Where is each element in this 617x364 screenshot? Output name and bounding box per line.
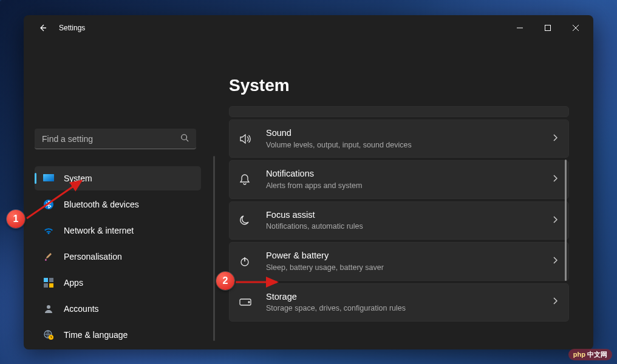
chevron-right-icon [553, 215, 557, 226]
annotation-badge-1: 1 [7, 210, 25, 228]
svg-rect-0 [545, 25, 551, 31]
annotation-arrow-1 [24, 176, 90, 222]
annotation-number: 2 [223, 275, 228, 286]
svg-rect-7 [44, 283, 48, 288]
svg-rect-8 [49, 283, 53, 288]
chevron-right-icon [553, 256, 557, 267]
chevron-right-icon [553, 297, 557, 308]
setting-card-notifications[interactable]: Notifications Alerts from apps and syste… [229, 160, 569, 198]
sidebar-item-label: Time & language [64, 330, 128, 340]
setting-title: Sound [266, 127, 553, 140]
setting-subtitle: Sleep, battery usage, battery saver [266, 263, 553, 273]
watermark-brand: php [573, 351, 585, 358]
setting-text: Power & battery Sleep, battery usage, ba… [266, 250, 553, 272]
setting-title: Focus assist [266, 209, 553, 221]
moon-icon [239, 215, 257, 226]
sidebar-item-label: Apps [64, 278, 83, 288]
maximize-icon [545, 25, 551, 31]
setting-subtitle: Notifications, automatic rules [266, 221, 553, 232]
watermark: php 中文网 [568, 349, 612, 360]
annotation-number: 1 [13, 214, 19, 224]
window-title: Settings [59, 24, 85, 32]
sidebar-item-apps[interactable]: Apps [35, 271, 201, 295]
chevron-right-icon [553, 174, 557, 185]
sidebar-scrollbar[interactable] [213, 156, 215, 341]
close-button[interactable] [562, 18, 590, 38]
window-body: System Bluetooth & devices Network & int… [24, 41, 593, 349]
sidebar-item-time-language[interactable]: Time & language [35, 323, 201, 347]
annotation-arrow-2 [234, 277, 283, 288]
svg-point-14 [248, 302, 250, 303]
search-container [35, 129, 196, 149]
setting-title: Power & battery [266, 250, 553, 262]
sound-icon [239, 133, 257, 144]
minimize-button[interactable] [506, 18, 534, 38]
annotation-badge-2: 2 [216, 272, 234, 290]
setting-subtitle: Volume levels, output, input, sound devi… [266, 140, 553, 150]
chevron-right-icon [553, 133, 557, 144]
svg-rect-5 [44, 278, 48, 282]
brush-icon [43, 251, 54, 262]
setting-card-power-battery[interactable]: Power & battery Sleep, battery usage, ba… [229, 242, 569, 280]
svg-point-1 [182, 135, 187, 140]
sidebar-item-personalisation[interactable]: Personalisation [35, 244, 201, 269]
setting-text: Focus assist Notifications, automatic ru… [266, 209, 553, 232]
sidebar-item-label: Personalisation [64, 252, 122, 261]
wifi-icon [43, 225, 54, 236]
setting-title: Storage [266, 291, 553, 303]
back-button[interactable] [33, 19, 52, 37]
settings-window: Settings [24, 15, 593, 349]
apps-icon [43, 277, 54, 288]
settings-list: Sound Volume levels, output, input, soun… [229, 106, 569, 349]
sidebar-item-accounts[interactable]: Accounts [35, 297, 201, 321]
search-input[interactable] [35, 129, 196, 149]
power-icon [239, 256, 257, 267]
sidebar-item-network[interactable]: Network & internet [35, 218, 201, 243]
setting-card-sound[interactable]: Sound Volume levels, output, input, soun… [229, 120, 569, 158]
arrow-left-icon [38, 23, 47, 33]
scroll-thumb[interactable] [565, 160, 567, 281]
window-controls [506, 18, 590, 38]
bell-icon [239, 174, 257, 186]
search-icon [180, 133, 189, 144]
page-title: System [229, 76, 569, 95]
setting-subtitle: Alerts from apps and system [266, 181, 553, 191]
storage-icon [239, 298, 257, 306]
titlebar: Settings [24, 15, 593, 41]
svg-point-9 [47, 305, 50, 309]
maximize-button[interactable] [534, 18, 562, 38]
main-scrollbar[interactable] [565, 106, 567, 349]
sidebar-item-label: Accounts [64, 304, 99, 314]
watermark-suffix: 中文网 [587, 351, 607, 358]
setting-text: Storage Storage space, drives, configura… [266, 291, 553, 314]
setting-text: Notifications Alerts from apps and syste… [266, 168, 553, 190]
minimize-icon [517, 25, 523, 31]
globe-clock-icon [43, 329, 54, 340]
main-content: System Sound Volume levels, output, inpu… [206, 41, 593, 349]
setting-title: Notifications [266, 168, 553, 180]
setting-text: Sound Volume levels, output, input, soun… [266, 127, 553, 150]
setting-card-storage[interactable]: Storage Storage space, drives, configura… [229, 283, 569, 322]
person-icon [43, 303, 54, 314]
close-icon [573, 25, 579, 31]
setting-card-partial-top[interactable] [229, 106, 569, 117]
setting-subtitle: Storage space, drives, configuration rul… [266, 303, 553, 314]
sidebar-item-label: Network & internet [64, 226, 134, 235]
svg-rect-6 [49, 278, 53, 282]
setting-card-focus-assist[interactable]: Focus assist Notifications, automatic ru… [229, 201, 569, 240]
